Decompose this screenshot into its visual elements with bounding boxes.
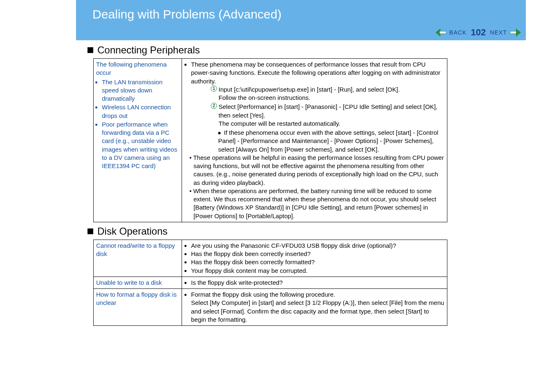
solution-cell: These phenomena may be consequences of p… <box>182 59 447 222</box>
list-item: The LAN transmission speed slows down dr… <box>102 78 179 103</box>
solution-cell: Format the floppy disk using the followi… <box>182 289 447 326</box>
document-page: Dealing with Problems (Advanced) BACK 10… <box>76 0 526 326</box>
section-title: Disk Operations <box>97 226 168 237</box>
sub-bullet-text: If these phenomena occur even with the a… <box>218 129 438 153</box>
header-bar: Dealing with Problems (Advanced) BACK 10… <box>76 0 526 40</box>
solution-cell: Are you using the Panasonic CF-VFDU03 US… <box>182 240 447 277</box>
content-body: Connecting Peripherals The following phe… <box>76 40 526 326</box>
back-arrow-icon[interactable] <box>435 28 447 37</box>
problem-cell: Unable to write to a disk <box>94 277 182 288</box>
svg-rect-1 <box>440 31 446 34</box>
svg-rect-2 <box>510 31 517 34</box>
table-row: Unable to write to a disk Is the floppy … <box>94 277 447 288</box>
svg-marker-3 <box>516 28 521 37</box>
solution-item: These phenomena may be consequences of p… <box>191 60 444 154</box>
page-nav: BACK 102 NEXT <box>435 27 522 38</box>
square-bullet-icon <box>88 47 93 53</box>
problem-intro: The following phenomena occur <box>96 60 179 77</box>
list-item: Poor performance when forwarding data vi… <box>102 120 179 171</box>
step-number-icon: 1 <box>211 85 217 92</box>
step-text: Follow the on-screen instructions. <box>219 94 310 101</box>
disk-table: Cannot read/write to a floppy disk Are y… <box>93 240 447 326</box>
section-title: Connecting Peripherals <box>97 44 200 56</box>
step-number-icon: 2 <box>211 103 217 109</box>
solution-list: Format the floppy disk using the followi… <box>184 291 444 324</box>
table-row: The following phenomena occur The LAN tr… <box>94 59 447 222</box>
problem-cell: Cannot read/write to a floppy disk <box>94 240 182 277</box>
solution-body: Select [My Computer] in [start] and sele… <box>191 299 444 323</box>
peripherals-table: The following phenomena occur The LAN tr… <box>93 58 447 222</box>
step-body: Select [Performance] in [start] - [Panas… <box>219 103 444 128</box>
table-row: How to format a floppy disk is unclear F… <box>94 289 447 326</box>
list-item: Your floppy disk content may be corrupte… <box>191 267 444 275</box>
sub-bullet: If these phenomena occur even with the a… <box>191 129 444 154</box>
section-heading-disk: Disk Operations <box>88 226 521 237</box>
problem-symptom-list: The LAN transmission speed slows down dr… <box>96 78 179 171</box>
step-text: Select [Performance] in [start] - [Panas… <box>219 103 438 118</box>
page-number: 102 <box>471 27 486 38</box>
solution-cell: Is the floppy disk write-protected? <box>182 277 447 288</box>
next-button[interactable]: NEXT <box>490 29 507 36</box>
list-item: Wireless LAN connection drops out <box>102 103 179 120</box>
page-title: Dealing with Problems (Advanced) <box>92 0 281 21</box>
step-text: Input [c:\util\cpupower\setup.exe] in [s… <box>219 86 400 93</box>
solution-list: Are you using the Panasonic CF-VFDU03 US… <box>184 242 444 275</box>
section-heading-peripherals: Connecting Peripherals <box>88 44 521 56</box>
solution-list: Is the floppy disk write-protected? <box>184 279 444 287</box>
solution-lead: Format the floppy disk using the followi… <box>191 291 335 298</box>
table-row: Cannot read/write to a floppy disk Are y… <box>94 240 447 277</box>
step-body: Input [c:\util\cpupower\setup.exe] in [s… <box>219 85 444 102</box>
note-1: These operations will be helpful in easi… <box>189 154 444 187</box>
next-arrow-icon[interactable] <box>509 28 522 37</box>
back-button[interactable]: BACK <box>449 29 467 36</box>
list-item: Has the floppy disk been correctly forma… <box>191 258 444 266</box>
list-item: Is the floppy disk write-protected? <box>191 279 444 287</box>
solution-list: These phenomena may be consequences of p… <box>184 60 444 154</box>
problem-cell: The following phenomena occur The LAN tr… <box>94 59 182 222</box>
bullet-icon <box>218 132 221 134</box>
problem-cell: How to format a floppy disk is unclear <box>94 289 182 326</box>
step-text: The computer will be restarted automatic… <box>219 120 341 127</box>
list-item: Are you using the Panasonic CF-VFDU03 US… <box>191 242 444 250</box>
list-item: Format the floppy disk using the followi… <box>191 291 444 324</box>
list-item: Has the floppy disk been correctly inser… <box>191 250 444 258</box>
note-2: When these operations are performed, the… <box>189 187 444 220</box>
square-bullet-icon <box>88 228 93 234</box>
step-2: 2 Select [Performance] in [start] - [Pan… <box>191 103 444 128</box>
solution-intro: These phenomena may be consequences of p… <box>191 61 440 85</box>
step-1: 1 Input [c:\util\cpupower\setup.exe] in … <box>191 85 444 102</box>
